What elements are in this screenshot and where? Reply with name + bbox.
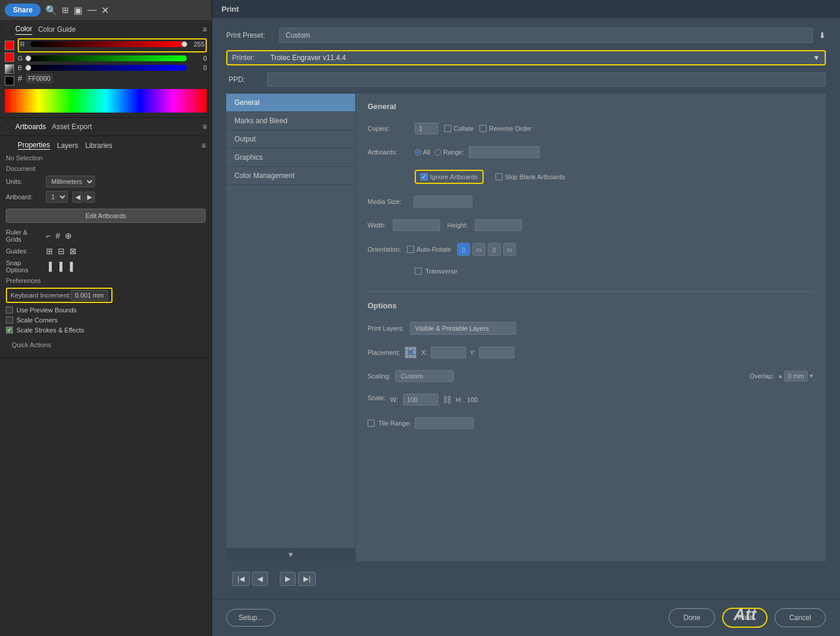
asset-export-tab[interactable]: Asset Export <box>52 121 92 132</box>
height-input[interactable] <box>475 219 522 231</box>
artboards-tab[interactable]: Artboards <box>15 121 46 132</box>
snap-icon2[interactable]: ▐ <box>57 262 62 271</box>
r-slider[interactable] <box>31 41 184 47</box>
share-button[interactable]: Share <box>5 4 41 17</box>
range-input[interactable] <box>469 146 540 158</box>
overlap-up[interactable]: ▲ <box>778 373 783 379</box>
tile-range-input[interactable] <box>415 417 474 429</box>
artboard-select[interactable]: 1 <box>46 191 68 203</box>
portrait-flip-icon[interactable]: ▯ <box>488 243 501 256</box>
scale-corners-checkbox[interactable] <box>6 317 13 324</box>
nav-item-graphics[interactable]: Graphics <box>226 149 355 167</box>
properties-menu[interactable]: ≡ <box>201 141 206 150</box>
use-preview-bounds-checkbox[interactable] <box>6 307 13 314</box>
tile-range-checkbox[interactable] <box>368 420 375 427</box>
props-collapse-icon[interactable]: ⁘ <box>6 142 11 149</box>
red-swatch[interactable] <box>5 52 14 62</box>
ignore-artboards-checkbox[interactable]: ✓ <box>421 173 428 180</box>
snap-icon3[interactable]: ▐ <box>67 262 73 271</box>
overlap-down[interactable]: ▼ <box>809 373 814 379</box>
preset-select[interactable]: Custom <box>279 28 813 43</box>
printer-select[interactable]: Trotec Engraver v11.4.4 <box>270 54 807 62</box>
gradient-swatch[interactable] <box>5 64 14 74</box>
artboard-next[interactable]: ▶ <box>84 192 95 203</box>
color-spectrum[interactable] <box>5 89 207 113</box>
nav-item-marks-bleed[interactable]: Marks and Bleed <box>226 112 355 130</box>
link-icon[interactable]: ⛓ <box>443 395 451 404</box>
nav-item-output[interactable]: Output <box>226 130 355 149</box>
nav-first-btn[interactable]: |◀ <box>232 572 250 586</box>
media-size-select[interactable] <box>414 196 472 207</box>
collate-checkbox-group: Collate <box>444 125 474 132</box>
portrait-icon[interactable]: ▯ <box>457 243 470 256</box>
libraries-tab[interactable]: Libraries <box>85 141 113 150</box>
nav-item-color-management[interactable]: Color Management <box>226 167 355 185</box>
use-preview-bounds-row: Use Preview Bounds <box>6 307 206 314</box>
minimize-icon[interactable]: — <box>87 5 97 15</box>
reverse-order-checkbox[interactable] <box>479 125 487 132</box>
scaling-select[interactable]: Custom <box>395 370 454 382</box>
foreground-swatch[interactable] <box>5 41 14 50</box>
nav-next-btn[interactable]: ▶ <box>280 572 296 586</box>
b-slider[interactable] <box>28 65 187 71</box>
landscape-flip-icon[interactable]: ▭ <box>503 243 516 256</box>
color-tab[interactable]: Color <box>15 24 32 35</box>
properties-tab[interactable]: Properties <box>18 141 50 150</box>
y-input[interactable] <box>479 347 514 358</box>
ppd-select[interactable] <box>267 73 826 87</box>
close-icon[interactable]: ✕ <box>101 5 109 16</box>
edit-artboards-button[interactable]: Edit Artboards <box>6 209 206 223</box>
print-button[interactable]: Print <box>722 608 768 628</box>
nav-prev-btn[interactable]: ◀ <box>252 572 268 586</box>
print-nav-arrow[interactable]: ▼ <box>226 548 355 561</box>
black-swatch[interactable] <box>5 76 14 85</box>
copies-input[interactable] <box>415 123 438 134</box>
color-panel-menu[interactable]: ≡ <box>203 25 207 34</box>
artboard-prev[interactable]: ◀ <box>72 192 83 203</box>
snap-icon1[interactable]: ▐ <box>46 262 52 271</box>
print-layers-select[interactable]: Visible & Printable Layers <box>410 322 516 335</box>
range-radio[interactable] <box>435 149 441 156</box>
w-input[interactable] <box>403 394 438 406</box>
cancel-button[interactable]: Cancel <box>775 608 826 627</box>
printer-label: Printer: <box>232 54 264 62</box>
preset-save-icon[interactable]: ⬇ <box>819 31 826 40</box>
crosshair-icon[interactable]: ⊕ <box>65 231 72 240</box>
artboards-collapse-icon[interactable]: ⁘ <box>5 124 9 130</box>
g-slider[interactable] <box>28 55 187 61</box>
collate-checkbox[interactable] <box>444 125 451 132</box>
skip-blank-group: Skip Blank Artboards <box>495 173 565 180</box>
layers-tab[interactable]: Layers <box>57 141 78 150</box>
nav-last-btn[interactable]: ▶| <box>298 572 316 586</box>
guide-icon1[interactable]: ⊞ <box>46 246 53 256</box>
keyboard-increment-value[interactable]: 0.001 mm <box>71 290 108 301</box>
ppd-label: PPD: <box>229 75 261 84</box>
guide-icon2[interactable]: ⊟ <box>58 246 65 256</box>
all-radio[interactable] <box>415 149 421 156</box>
b-label: B <box>18 64 25 71</box>
overlap-value[interactable]: 0 mm <box>784 371 808 381</box>
color-guide-tab[interactable]: Color Guide <box>38 24 76 35</box>
nav-item-general[interactable]: General <box>226 94 355 112</box>
auto-rotate-checkbox[interactable] <box>407 246 414 253</box>
artboards-menu[interactable]: ≡ <box>203 123 207 131</box>
x-input[interactable] <box>431 347 466 358</box>
guide-icon3[interactable]: ⊠ <box>70 246 77 256</box>
transverse-checkbox[interactable] <box>415 268 422 275</box>
ruler-icon[interactable]: ⌐ <box>46 231 51 240</box>
placement-grid[interactable] <box>405 347 416 358</box>
scale-strokes-checkbox[interactable]: ✓ <box>6 327 13 334</box>
landscape-icon[interactable]: ▭ <box>472 243 485 256</box>
search-icon[interactable]: 🔍 <box>45 5 57 16</box>
left-panel: Share 🔍 ⊞ ▣ — ✕ ⁘ Color Color Guide ≡ <box>0 0 212 636</box>
skip-blank-checkbox[interactable] <box>495 173 502 180</box>
done-button[interactable]: Done <box>669 608 715 627</box>
grid-icon2[interactable]: # <box>55 231 60 240</box>
reverse-order-label: Reverse Order <box>489 125 531 132</box>
grid-icon[interactable]: ⊞ <box>62 5 69 15</box>
window-icon[interactable]: ▣ <box>74 5 82 16</box>
panel-collapse-icon[interactable]: ⁘ <box>5 26 9 32</box>
width-input[interactable] <box>393 219 440 231</box>
units-select[interactable]: Millimeters <box>46 176 95 187</box>
setup-button[interactable]: Setup... <box>226 609 275 627</box>
